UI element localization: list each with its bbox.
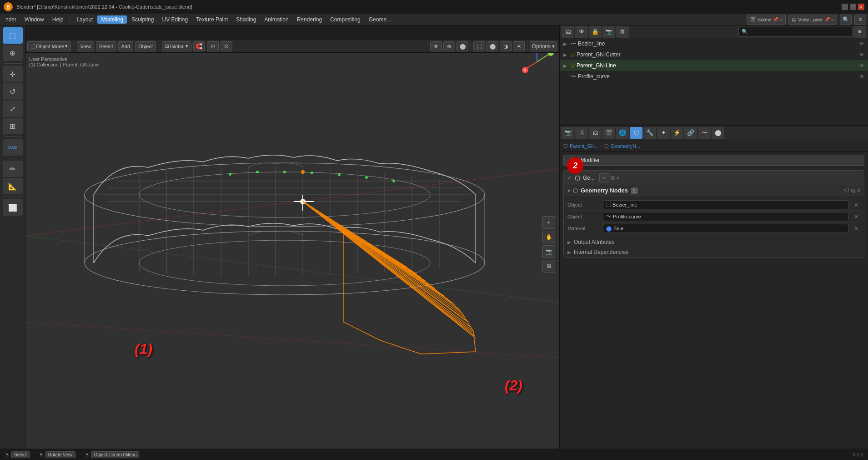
add-cube-tool-button[interactable]: ⬜	[3, 199, 23, 216]
maximize-button[interactable]: □	[850, 4, 856, 10]
proportional-size-btn[interactable]: ⊘	[221, 41, 232, 51]
add-modifier-button[interactable]: Add Modifier	[563, 155, 864, 166]
options-btn[interactable]: Options ▾	[530, 41, 557, 51]
gizmo-icon-btn[interactable]: ⊕	[443, 41, 455, 51]
move-tool-button[interactable]: ✛	[3, 66, 23, 82]
hand-tool-btn[interactable]: ✋	[542, 231, 555, 243]
mod-copy-icon[interactable]: ⧉	[851, 187, 855, 194]
mod-shield-icon[interactable]: 🛡	[844, 187, 849, 194]
object-menu-btn[interactable]: Object	[135, 41, 156, 51]
transform-dropdown[interactable]: ⊞ Global ▾	[162, 41, 191, 51]
outliner-filter-btn[interactable]: ≡	[853, 26, 866, 38]
material-preview-btn[interactable]: ◑	[500, 41, 512, 51]
parent-cutter-eye-icon[interactable]: 👁	[859, 52, 864, 57]
props-particles-icon[interactable]: ✦	[657, 127, 670, 139]
tab-animation[interactable]: Animation	[261, 15, 292, 24]
tab-uv-editing[interactable]: UV Editing	[159, 15, 192, 24]
scale-tool-button[interactable]: ⤢	[3, 101, 23, 117]
zoom-in-btn[interactable]: +	[542, 216, 555, 229]
mod-check[interactable]: ▾	[567, 187, 570, 194]
tab-modeling[interactable]: Modeling	[97, 15, 127, 24]
props-data-icon[interactable]: 〜	[698, 127, 711, 139]
props-physics-icon[interactable]: ⚡	[671, 127, 683, 139]
props-output-icon[interactable]: 🖨	[575, 127, 588, 139]
camera-btn[interactable]: 📷	[542, 245, 555, 258]
modifier-filter-icon[interactable]: ≡	[599, 173, 609, 182]
modifier-action-1[interactable]: ⧉	[611, 175, 615, 181]
global-search-button[interactable]: 🔍	[840, 15, 852, 25]
props-scene-icon[interactable]: 🎬	[602, 127, 615, 139]
minimize-button[interactable]: ─	[842, 4, 848, 10]
props-modifier-icon[interactable]: 🔧	[643, 127, 656, 139]
output-attributes-section[interactable]: ▶ Output Attributes	[564, 237, 864, 247]
outliner-icon-2[interactable]: 👁	[575, 26, 588, 38]
modifier-toggle[interactable]: ✓	[567, 175, 572, 181]
outliner-search[interactable]: 🔍	[738, 27, 853, 37]
outliner-item-profile[interactable]: ▶ 〜 Profile_curve 👁	[560, 71, 868, 82]
tab-compositing[interactable]: Compositing	[326, 15, 364, 24]
object-clear-btn-2[interactable]: ×	[852, 212, 860, 221]
view-layer-close-btn[interactable]: ×	[831, 17, 834, 22]
modifier-ge-label[interactable]: Ge...	[583, 175, 595, 181]
tab-texture-paint[interactable]: Texture Paint	[192, 15, 231, 24]
filter-button[interactable]: ≡	[854, 15, 866, 25]
scene-close-btn[interactable]: ×	[780, 17, 783, 22]
wireframe-btn[interactable]: ⬚	[473, 41, 485, 51]
proportional-edit-btn[interactable]: ⊙	[207, 41, 219, 51]
3d-viewport[interactable]: ⬚ Object Mode ▾ View Select Add Object ⊞…	[25, 40, 559, 449]
rotate-tool-button[interactable]: ↺	[3, 83, 23, 100]
internal-deps-section[interactable]: ▶ Internal Dependencies	[564, 247, 864, 257]
props-material-icon[interactable]: ⬤	[712, 127, 724, 139]
tab-layout[interactable]: Layout	[73, 15, 96, 24]
outliner-icon-3[interactable]: 🔒	[589, 26, 602, 38]
tab-sculpting[interactable]: Sculpting	[128, 15, 157, 24]
add-menu-btn[interactable]: Add	[118, 41, 134, 51]
scene-selector[interactable]: 🎬 Scene 📌 ×	[747, 15, 786, 25]
tab-rendering[interactable]: Rendering	[293, 15, 326, 24]
select-tool-button[interactable]: ⬚	[3, 27, 23, 44]
visibility-icon-btn[interactable]: 👁	[430, 41, 442, 51]
object-value-1[interactable]: ⬚ Bezier_line	[603, 200, 848, 209]
props-world-icon[interactable]: 🌐	[616, 127, 629, 139]
material-value[interactable]: ⬤ Blue	[603, 224, 848, 233]
props-constraints-icon[interactable]: 🔗	[684, 127, 697, 139]
tab-geometry[interactable]: Geome...	[365, 15, 395, 24]
annotate-tool-button[interactable]: ✏	[3, 161, 23, 177]
bezier-eye-icon[interactable]: 👁	[859, 41, 864, 46]
parent-line-eye-icon[interactable]: 👁	[859, 63, 864, 68]
cad-tool-button[interactable]: CAD	[3, 139, 23, 156]
close-button[interactable]: ×	[858, 4, 864, 10]
profile-eye-icon[interactable]: 👁	[859, 74, 864, 79]
outliner-icon-5[interactable]: ⚙	[616, 26, 629, 38]
breadcrumb-part2[interactable]: GeometryN...	[611, 143, 640, 149]
props-object-icon[interactable]: ⬡	[630, 127, 642, 139]
overlay-icon-btn[interactable]: ⬤	[457, 41, 468, 51]
menu-window[interactable]: Window	[21, 15, 48, 24]
material-clear-btn[interactable]: ×	[852, 224, 860, 233]
menu-help[interactable]: Help	[49, 15, 67, 24]
select-menu-btn[interactable]: Select	[96, 41, 116, 51]
object-value-2[interactable]: 〜 Profile-curve	[603, 212, 848, 221]
transform-tool-button[interactable]: ⊞	[3, 118, 23, 134]
measure-tool-button[interactable]: 📐	[3, 178, 23, 194]
outliner-item-parent-cutter[interactable]: ▶ ▽ Parent_GN-Cutter 👁	[560, 49, 868, 60]
solid-btn[interactable]: ⬤	[487, 41, 498, 51]
cursor-tool-button[interactable]: ⊕	[3, 45, 23, 61]
menu-render[interactable]: nder	[2, 15, 20, 24]
render-preview-btn[interactable]: ☀	[513, 41, 525, 51]
outliner-item-bezier[interactable]: ▶ 〜 Bezier_line 👁	[560, 38, 868, 49]
props-view-layer-icon[interactable]: 🗂	[589, 127, 602, 139]
breadcrumb-part1[interactable]: Parent_GN...	[570, 143, 599, 149]
outliner-item-parent-line[interactable]: ▶ ▽ Parent_GN-Line 👁	[560, 60, 868, 71]
tab-shading[interactable]: Shading	[232, 15, 260, 24]
outliner-icon-4[interactable]: 📷	[602, 26, 615, 38]
modifier-close-btn-1[interactable]: ×	[616, 175, 619, 181]
view-layer-selector[interactable]: 🗂 View Layer 📌 ×	[788, 15, 837, 25]
mod-close-btn-2[interactable]: ×	[857, 187, 860, 194]
object-clear-btn-1[interactable]: ×	[852, 201, 860, 209]
props-render-icon[interactable]: 📷	[562, 127, 574, 139]
grid-btn[interactable]: ⊞	[542, 260, 555, 273]
outliner-icon-1[interactable]: 🗂	[562, 26, 574, 38]
mode-dropdown[interactable]: ⬚ Object Mode ▾	[27, 41, 71, 51]
snap-icon-btn[interactable]: 🧲	[193, 41, 205, 51]
